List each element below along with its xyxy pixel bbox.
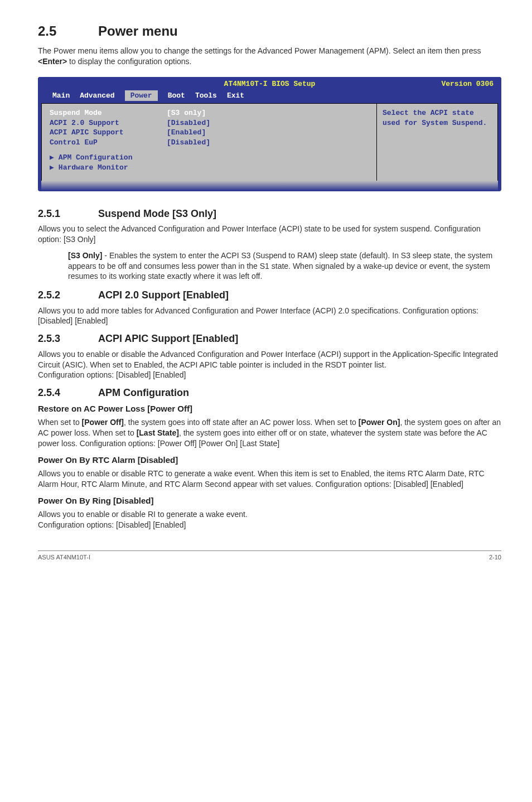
bios-help-pane: Select the ACPI state used for System Su… [376,103,498,181]
option-bold: [Power Off] [82,418,124,427]
bios-left-pane: Suspend Mode [S3 only] ACPI 2.0 Support … [41,103,376,181]
subsection-title: APM Configuration [98,387,189,398]
tab-tools[interactable]: Tools [195,90,227,102]
page-footer: ASUS AT4NM10T-I 2-10 [38,550,501,562]
tab-exit[interactable]: Exit [227,90,254,102]
triangle-right-icon: ▶ [50,163,54,172]
sub-sub-heading: Power On By Ring [Disabled] [38,495,501,506]
sub-sub-heading: Restore on AC Power Loss [Power Off] [38,403,501,414]
subsection-number: 2.5.4 [38,386,98,399]
bios-titlebar: AT4NM10T-I BIOS Setup Version 0306 [38,77,501,90]
footer-right: 2-10 [489,553,501,562]
subsection-heading: 2.5.1Suspend Mode [S3 Only] [38,207,501,220]
paragraph: Allows you to add more tables for Advanc… [38,306,501,327]
bios-submenu-apm[interactable]: ▶APM Configuration [50,153,369,163]
subsection-number: 2.5.1 [38,207,98,220]
bios-menubar: Main Advanced Power Boot Tools Exit [38,90,501,104]
paragraph: Allows you to select the Advanced Config… [38,224,501,245]
paragraph: Allows you to enable or disable the Adva… [38,349,501,370]
bios-body: Suspend Mode [S3 only] ACPI 2.0 Support … [38,103,501,181]
bios-value: [Enabled] [167,128,206,138]
bios-label: Suspend Mode [50,108,167,118]
section-heading: 2.5Power menu [38,22,501,40]
bios-label: Control EuP [50,138,167,148]
bios-title-text: AT4NM10T-I BIOS Setup [224,79,316,89]
subsection-title: ACPI APIC Support [Enabled] [98,333,238,344]
paragraph: Allows you to enable or disable RTC to g… [38,468,501,490]
bios-value: [Disabled] [167,138,210,148]
bios-submenu-label: Hardware Monitor [59,163,128,172]
sub-sub-heading: Power On By RTC Alarm [Disabled] [38,455,501,466]
tab-power[interactable]: Power [125,90,158,102]
tab-boot[interactable]: Boot [168,90,195,102]
section-number: 2.5 [38,22,98,40]
bios-row-acpi-apic[interactable]: ACPI APIC Support [Enabled] [50,128,369,138]
subsection-title: ACPI 2.0 Support [Enabled] [98,289,229,301]
enter-key: <Enter> [38,57,67,66]
bios-help-text: Select the ACPI state used for System Su… [383,109,487,127]
bios-submenu-hwmon[interactable]: ▶Hardware Monitor [50,163,369,173]
bios-version-text: Version 0306 [441,79,494,89]
bios-panel: AT4NM10T-I BIOS Setup Version 0306 Main … [38,77,501,191]
indented-paragraph: [S3 Only] - Enables the system to enter … [68,250,501,282]
bios-label: ACPI APIC Support [50,128,167,138]
subsection-heading: 2.5.3ACPI APIC Support [Enabled] [38,332,501,345]
bios-row-acpi20[interactable]: ACPI 2.0 Support [Disabled] [50,118,369,128]
bios-submenu-label: APM Configuration [59,153,133,162]
subsection-number: 2.5.2 [38,288,98,302]
intro-text-b: to display the configuration options. [67,57,191,66]
subsection-number: 2.5.3 [38,332,98,345]
bios-row-suspend-mode[interactable]: Suspend Mode [S3 only] [50,108,369,118]
option-bold: [Last State] [137,428,179,437]
subsection-title: Suspend Mode [S3 Only] [98,208,216,219]
subsection-heading: 2.5.2ACPI 2.0 Support [Enabled] [38,288,501,302]
option-bold: [Power On] [359,418,400,427]
paragraph: Allows you to enable or disable RI to ge… [38,509,501,520]
section-title: Power menu [98,23,178,38]
bios-value: [Disabled] [167,118,210,128]
bios-value: [S3 only] [167,108,206,118]
tab-main[interactable]: Main [52,90,80,102]
paragraph: Configuration options: [Disabled] [Enabl… [38,520,501,530]
footer-left: ASUS AT4NM10T-I [38,553,90,562]
option-description: - Enables the system to enter the ACPI S… [68,251,492,281]
intro-paragraph: The Power menu items allow you to change… [38,46,501,67]
intro-text-a: The Power menu items allow you to change… [38,46,481,55]
tab-advanced[interactable]: Advanced [80,90,124,102]
paragraph: Configuration options: [Disabled] [Enabl… [38,370,501,380]
triangle-right-icon: ▶ [50,153,54,162]
option-label: [S3 Only] [68,251,102,260]
bios-row-control-eup[interactable]: Control EuP [Disabled] [50,138,369,148]
subsection-heading: 2.5.4APM Configuration [38,386,501,399]
paragraph: When set to [Power Off], the system goes… [38,417,501,449]
bios-label: ACPI 2.0 Support [50,118,167,128]
